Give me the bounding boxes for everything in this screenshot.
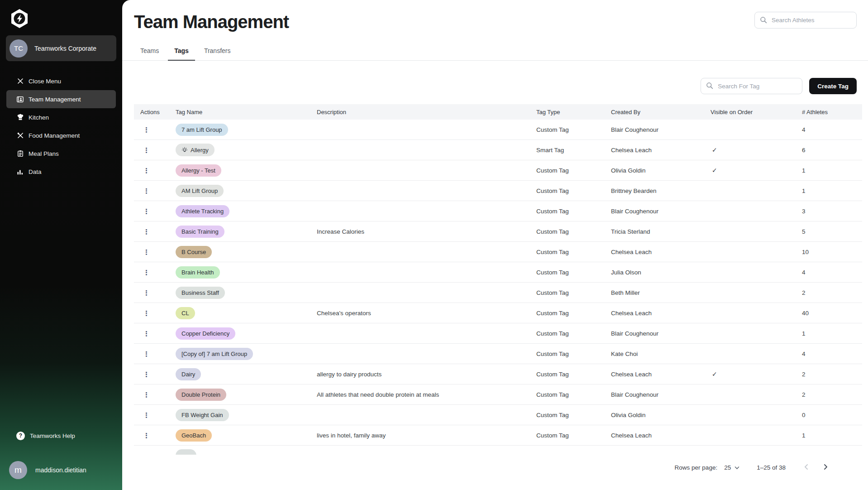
tag-pill[interactable]: FB Weight Gain [176,409,229,421]
created-by: Olivia Goldin [611,412,711,418]
tag-pill[interactable]: B Course [176,246,212,258]
tag-pill[interactable]: Business Staff [176,287,225,299]
created-by: Brittney Bearden [611,187,711,194]
row-actions-button[interactable]: ⋮ [140,308,153,318]
row-actions-button[interactable]: ⋮ [140,369,153,380]
search-for-tag-input[interactable] [701,78,802,94]
tag-pill[interactable]: AM Lift Group [176,185,224,197]
tag-type: Smart Tag [536,147,611,154]
kitchen-icon [16,114,24,121]
row-actions-button[interactable]: ⋮ [140,226,153,237]
athlete-search [754,12,857,29]
tag-pill[interactable]: Basic Training [176,226,224,238]
search-icon [706,82,713,91]
tag-type: Custom Tag [536,167,611,174]
row-actions-button[interactable]: ⋮ [140,186,153,196]
tag-pill[interactable]: CL [176,307,195,319]
table-row: ⋮ AM Lift Group Custom Tag Brittney Bear… [134,181,862,201]
app-root: TC Teamworks Corporate Close Menu [0,0,868,490]
table-row: ⋮ Allergy - Test Custom Tag Olivia Goldi… [134,160,862,181]
row-actions-button[interactable]: ⋮ [140,165,153,176]
row-actions-button[interactable]: ⋮ [140,125,153,135]
org-switcher[interactable]: TC Teamworks Corporate [6,35,116,61]
created-by: Chelsea Leach [611,432,711,439]
tag-name-cell: Dairy [176,368,317,380]
tag-type: Custom Tag [536,391,611,398]
table-body: ⋮ 7 am Lift Group Custom Tag Blair Cough… [134,120,862,455]
tag-type: Custom Tag [536,269,611,276]
tag-pill[interactable]: Allergy [176,144,215,156]
row-actions-button[interactable]: ⋮ [140,267,153,278]
tag-pill[interactable]: Copper Deficiency [176,327,235,340]
rows-per-page-value: 25 [724,464,731,471]
actions-cell: ⋮ [134,206,176,216]
tag-pill-label: B Course [181,249,206,255]
row-actions-button[interactable]: ⋮ [140,349,153,359]
create-tag-button[interactable]: Create Tag [809,78,857,94]
meal-plans-icon [16,150,24,158]
actions-cell: ⋮ [134,369,176,380]
actions-cell: ⋮ [134,410,176,420]
sidebar-item-label: Meal Plans [29,150,59,157]
created-by: Blair Coughenour [611,208,711,215]
actions-cell: ⋮ [134,349,176,359]
row-actions-button[interactable]: ⋮ [140,247,153,257]
tab-transfers[interactable]: Transfers [198,42,237,60]
tag-pill[interactable]: Brain Health [176,266,220,279]
tag-pill[interactable]: Dairy [176,368,201,380]
table-row: ⋮ 7 am Lift Group Custom Tag Blair Cough… [134,120,862,140]
search-athletes-input[interactable] [754,12,857,29]
tag-pill[interactable]: Allergy - Test [176,164,221,177]
actions-cell: ⋮ [134,165,176,176]
tag-type: Custom Tag [536,310,611,317]
tag-pill[interactable]: [Copy of] 7 am Lift Group [176,348,253,360]
row-actions-button[interactable]: ⋮ [140,430,153,441]
tag-name-cell: B Course [176,246,317,258]
tab-teams[interactable]: Teams [134,42,165,60]
row-actions-button[interactable]: ⋮ [140,389,153,400]
athlete-count: 3 [802,208,862,215]
rows-per-page-select[interactable]: 25 [724,464,739,471]
teamworks-logo-icon[interactable] [9,8,30,29]
sidebar-item-food-management[interactable]: Food Management [6,126,116,144]
teamworks-help-button[interactable]: ? Teamworks Help [0,427,122,445]
athlete-count: 4 [802,269,862,276]
athlete-count: 10 [802,249,862,255]
sidebar-nav: Close Menu Team Management [0,72,122,181]
created-by: Blair Coughenour [611,126,711,133]
tag-name-cell: Copper Deficiency [176,327,317,340]
tag-name-cell: Allergy [176,144,317,156]
table-row: ⋮ B Course Custom Tag Chelsea Leach 10 [134,242,862,262]
row-actions-button[interactable]: ⋮ [140,206,153,216]
row-actions-button[interactable]: ⋮ [140,288,153,298]
sidebar-item-kitchen[interactable]: Kitchen [6,108,116,126]
tag-name-cell: GeoBach [176,429,317,442]
smart-tag-icon [181,147,188,153]
page-title: Team Management [134,12,289,32]
user-menu[interactable]: m maddison.dietitian [0,457,122,483]
actions-cell: ⋮ [134,308,176,318]
tag-pill[interactable]: Athlete Tracking [176,205,229,217]
row-actions-button[interactable]: ⋮ [140,145,153,155]
close-menu-button[interactable]: Close Menu [6,72,116,90]
tag-pill[interactable]: Double Protein [176,389,226,401]
row-actions-button[interactable]: ⋮ [140,328,153,339]
tag-pill[interactable] [176,449,196,455]
actions-cell: ⋮ [134,145,176,155]
table-row: ⋮ [134,446,862,455]
previous-page-button[interactable] [802,462,811,473]
tag-pill[interactable]: GeoBach [176,429,212,442]
athlete-count: 40 [802,310,862,317]
next-page-button[interactable] [821,462,830,473]
sidebar-item-team-management[interactable]: Team Management [6,90,116,108]
tag-pill[interactable]: 7 am Lift Group [176,124,228,136]
actions-cell: ⋮ [134,125,176,135]
table-header-row: Actions Tag Name Description Tag Type Cr… [134,104,862,120]
tag-pill-label: CL [181,310,189,316]
tab-tags[interactable]: Tags [168,42,195,60]
org-avatar: TC [10,39,28,58]
sidebar-item-meal-plans[interactable]: Meal Plans [6,144,116,163]
row-actions-button[interactable]: ⋮ [140,410,153,420]
sidebar-item-data[interactable]: Data [6,163,116,181]
created-by: Chelsea Leach [611,249,711,255]
